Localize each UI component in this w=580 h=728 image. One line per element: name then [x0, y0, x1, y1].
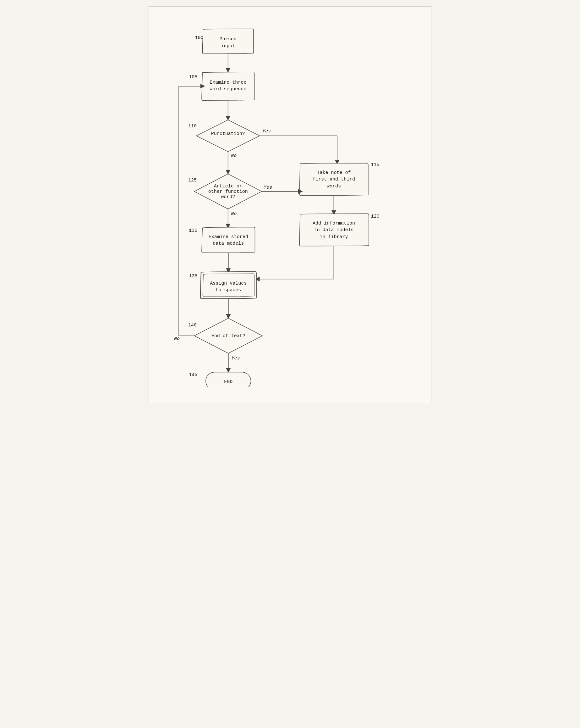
no-label-punctuation: No	[231, 153, 237, 158]
yes-label-punctuation: Yes	[263, 129, 271, 134]
examine-label-2: word sequence	[210, 86, 246, 92]
article-label-1: Article or	[214, 184, 242, 189]
yes-label-end: Yes	[231, 356, 240, 361]
ref-130: 130	[189, 228, 197, 233]
node-examine-stored	[202, 227, 255, 253]
ref-115: 115	[371, 162, 379, 167]
no-label-end: No	[174, 336, 180, 341]
ref-140: 140	[188, 323, 197, 328]
ref-105: 105	[189, 75, 197, 80]
ref-110: 110	[188, 124, 197, 129]
add-info-label-2: to data models	[314, 227, 354, 233]
punctuation-label: Punctuation?	[211, 131, 245, 136]
ref-100: 100	[195, 35, 203, 41]
flowchart-container: 100 Parsed input 105 Examine three word …	[148, 6, 432, 403]
end-label: END	[224, 379, 232, 385]
article-label-3: word?	[221, 194, 235, 200]
ref-145: 145	[189, 372, 197, 378]
add-info-label-3: in library	[320, 234, 348, 240]
examine-stored-label-1: Examine stored	[209, 234, 248, 240]
examine-stored-label-2: data models	[213, 241, 244, 246]
article-label-2: other function	[208, 189, 248, 194]
take-note-label-1: Take note of	[317, 170, 351, 176]
ref-135: 135	[189, 274, 197, 279]
flowchart-svg: 100 Parsed input 105 Examine three word …	[155, 16, 425, 387]
ref-120: 120	[371, 214, 379, 219]
take-note-label-3: words	[327, 184, 341, 189]
ref-125: 125	[188, 178, 197, 183]
end-of-text-label: End of text?	[212, 333, 245, 339]
no-label-article: No	[231, 211, 237, 217]
parsed-input-label-1: Parsed	[220, 36, 237, 42]
add-info-label-1: Add information	[313, 221, 355, 226]
parsed-input-label-2: input	[221, 44, 235, 49]
take-note-label-2: first and third	[313, 177, 355, 182]
yes-label-article: Yes	[264, 185, 272, 190]
examine-label-1: Examine three	[210, 80, 246, 85]
assign-label-1: Assign values	[210, 281, 247, 286]
assign-label-2: to spaces	[216, 287, 241, 293]
